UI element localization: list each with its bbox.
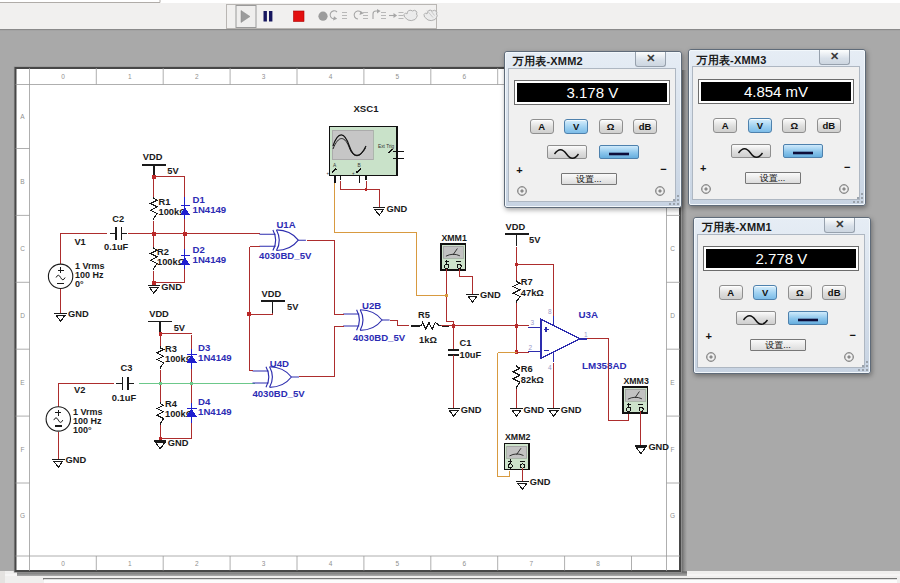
svg-text:GND: GND <box>387 204 408 214</box>
svg-text:5V: 5V <box>529 235 541 245</box>
svg-text:D: D <box>20 312 25 319</box>
svg-text:R4: R4 <box>165 399 178 409</box>
svg-text:3: 3 <box>531 319 535 326</box>
svg-text:U3A: U3A <box>578 309 598 320</box>
svg-text:VDD: VDD <box>143 152 163 162</box>
svg-text:0.1uF: 0.1uF <box>104 242 129 252</box>
svg-text:V2: V2 <box>74 385 85 395</box>
svg-text:GND: GND <box>480 290 501 300</box>
svg-text:5V: 5V <box>167 166 179 176</box>
svg-text:B: B <box>20 178 24 185</box>
svg-text:VDD: VDD <box>149 309 169 319</box>
svg-text:1N4149: 1N4149 <box>198 406 232 417</box>
svg-text:GND: GND <box>168 438 189 448</box>
svg-text:+: + <box>327 171 330 176</box>
svg-text:0°: 0° <box>75 279 84 289</box>
svg-text:XSC1: XSC1 <box>353 103 379 114</box>
svg-text:F: F <box>21 446 25 453</box>
svg-text:2: 2 <box>529 344 533 351</box>
svg-text:U1A: U1A <box>276 219 295 230</box>
svg-text:3: 3 <box>262 73 266 80</box>
svg-text:GND: GND <box>68 309 89 319</box>
svg-text:E: E <box>20 379 25 386</box>
svg-text:G: G <box>670 512 675 519</box>
svg-text:5V: 5V <box>174 323 186 333</box>
svg-text:C2: C2 <box>112 214 124 224</box>
svg-text:8: 8 <box>548 308 552 315</box>
svg-text:4: 4 <box>329 73 333 80</box>
svg-text:VDD: VDD <box>262 289 282 299</box>
svg-text:A: A <box>20 113 25 120</box>
svg-text:XMM1: XMM1 <box>441 233 467 243</box>
svg-text:5: 5 <box>396 73 400 80</box>
svg-text:G: G <box>20 512 25 519</box>
svg-text:4030BD_5V: 4030BD_5V <box>252 388 305 399</box>
svg-text:1N4149: 1N4149 <box>193 254 227 265</box>
svg-text:V1: V1 <box>74 237 85 247</box>
svg-text:GND: GND <box>561 405 582 415</box>
svg-text:0.1uF: 0.1uF <box>112 393 137 403</box>
svg-text:C3: C3 <box>121 363 133 373</box>
svg-text:Ext Trig: Ext Trig <box>378 144 395 149</box>
svg-text:1: 1 <box>128 560 132 567</box>
svg-text:R2: R2 <box>157 247 169 257</box>
svg-text:2: 2 <box>195 560 199 567</box>
svg-text:VDD: VDD <box>506 222 526 232</box>
svg-text:LM358AD: LM358AD <box>582 360 627 371</box>
svg-text:GND: GND <box>524 405 545 415</box>
svg-text:0: 0 <box>61 73 65 80</box>
svg-text:R1: R1 <box>159 197 171 207</box>
svg-text:2: 2 <box>195 73 199 80</box>
svg-text:6: 6 <box>462 560 466 567</box>
svg-text:4030BD_5V: 4030BD_5V <box>353 332 406 343</box>
svg-text:GND: GND <box>461 405 482 415</box>
svg-text:C: C <box>670 245 675 252</box>
svg-text:R5: R5 <box>418 310 430 320</box>
svg-text:10uF: 10uF <box>460 350 482 360</box>
svg-text:+: + <box>352 171 355 176</box>
svg-text:F: F <box>671 446 675 453</box>
svg-text:7: 7 <box>529 560 533 567</box>
svg-text:XMM2: XMM2 <box>505 432 531 442</box>
svg-text:U2B: U2B <box>362 300 381 311</box>
svg-text:3: 3 <box>262 560 266 567</box>
svg-text:GND: GND <box>530 477 551 487</box>
svg-text:1: 1 <box>584 331 588 338</box>
svg-text:100°: 100° <box>73 425 92 435</box>
svg-text:D: D <box>670 312 675 319</box>
svg-text:C1: C1 <box>460 338 472 348</box>
svg-text:4030BD_5V: 4030BD_5V <box>259 250 312 261</box>
svg-text:82kΩ: 82kΩ <box>521 375 545 385</box>
svg-text:R7: R7 <box>521 277 533 287</box>
svg-text:B: B <box>358 163 361 168</box>
svg-text:1kΩ: 1kΩ <box>419 335 437 345</box>
svg-text:8: 8 <box>596 560 600 567</box>
svg-text:4: 4 <box>329 560 333 567</box>
svg-text:GND: GND <box>648 442 669 452</box>
svg-text:1: 1 <box>128 73 132 80</box>
svg-text:GND: GND <box>161 282 182 292</box>
svg-text:XMM3: XMM3 <box>623 376 649 386</box>
svg-text:100kΩ: 100kΩ <box>157 257 186 267</box>
svg-text:1N4149: 1N4149 <box>198 352 232 363</box>
svg-text:0: 0 <box>61 560 65 567</box>
svg-text:6: 6 <box>462 73 466 80</box>
svg-text:4: 4 <box>548 364 552 371</box>
svg-text:5V: 5V <box>287 302 299 312</box>
svg-text:E: E <box>670 379 675 386</box>
svg-text:GND: GND <box>66 455 87 465</box>
svg-text:U4D: U4D <box>270 358 289 369</box>
svg-text:R3: R3 <box>165 344 177 354</box>
svg-text:1N4149: 1N4149 <box>193 204 227 215</box>
svg-text:C: C <box>20 245 25 252</box>
svg-text:5: 5 <box>396 560 400 567</box>
svg-text:R6: R6 <box>521 364 533 374</box>
svg-text:47kΩ: 47kΩ <box>521 288 545 298</box>
